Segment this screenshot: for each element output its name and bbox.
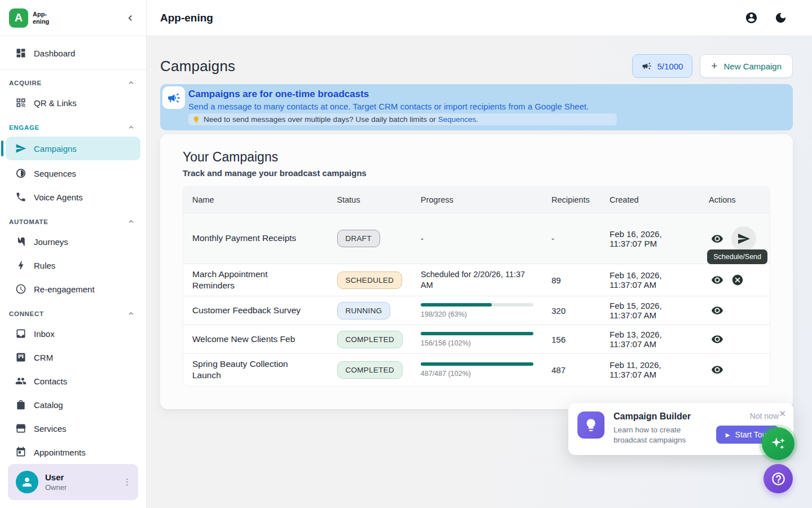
storefront-icon <box>15 423 27 434</box>
topbar: App-ening <box>147 0 812 36</box>
people-icon <box>15 375 27 387</box>
dashboard-icon <box>15 47 27 59</box>
help-fab[interactable] <box>764 464 793 493</box>
sidebar-item-label: Rules <box>34 261 55 270</box>
sidebar-item-re-engagement[interactable]: Re-engagement <box>0 277 146 301</box>
sidebar-item-dashboard[interactable]: Dashboard <box>0 41 146 65</box>
col-header-actions: Actions <box>700 187 770 213</box>
sidebar-item-label: Appointments <box>34 448 86 457</box>
sidebar-item-sequences[interactable]: Sequences <box>0 161 146 185</box>
progress-text: - <box>421 234 423 243</box>
view-button[interactable] <box>711 364 723 376</box>
chevron-up-icon[interactable] <box>127 309 135 318</box>
col-header-status: Status <box>328 187 412 213</box>
cancel-button[interactable] <box>731 274 744 286</box>
sidebar-item-contacts[interactable]: Contacts <box>0 369 146 393</box>
app-logo-text: App- ening <box>33 11 49 24</box>
eye-icon <box>711 333 723 345</box>
eye-icon <box>711 364 723 376</box>
created-value: Feb 11, 2026, 11:37:07 AM <box>601 354 700 386</box>
schedule-send-button[interactable] <box>731 226 756 251</box>
megaphone-icon <box>167 91 181 105</box>
section-connect: CONNECT <box>0 301 146 322</box>
created-value: Feb 13, 2026, 11:37:07 AM <box>601 325 700 354</box>
lightbulb-tile <box>577 411 604 439</box>
send-icon <box>737 232 751 246</box>
quota-text: 5/1000 <box>657 62 683 71</box>
user-card[interactable]: User Owner ⋮ <box>8 464 138 500</box>
sidebar-item-catalog[interactable]: Catalog <box>0 393 146 417</box>
play-icon: ▶ <box>726 432 730 438</box>
sequences-link[interactable]: Sequences <box>438 115 476 124</box>
banner-title: Campaigns are for one-time broadcasts <box>188 89 784 100</box>
popup-subtitle: Learn how to create broadcast campaigns <box>614 425 704 445</box>
card-title: Your Campaigns <box>183 150 770 165</box>
sidebar-item-inbox[interactable]: Inbox <box>0 322 146 345</box>
card-subtitle: Track and manage your broadcast campaign… <box>183 168 770 178</box>
progress-label: 156/156 (102%) <box>421 339 533 347</box>
recipients-value: - <box>551 234 554 243</box>
banner-megaphone-tile <box>162 86 185 109</box>
sidebar-item-label: QR & Links <box>34 98 77 108</box>
schedule-send-tooltip: Schedule/Send <box>707 249 767 264</box>
inbox-icon <box>15 328 27 339</box>
eye-icon <box>711 233 723 245</box>
help-icon <box>771 471 786 487</box>
sidebar-item-crm[interactable]: CRM <box>0 345 146 369</box>
main-content: Campaigns 5/1000 + New Campaign Campaign… <box>147 36 812 508</box>
app-logo-letter: A <box>15 11 23 24</box>
chevron-up-icon[interactable] <box>127 123 135 132</box>
recipients-value: 487 <box>542 354 601 386</box>
bag-icon <box>15 399 27 410</box>
sidebar-item-label: CRM <box>34 353 53 362</box>
section-automate: AUTOMATE <box>0 209 146 230</box>
campaigns-card: Your Campaigns Track and manage your bro… <box>160 134 793 409</box>
ai-assistant-fab[interactable] <box>762 427 795 460</box>
campaign-name: March Appointment Reminders <box>192 269 305 291</box>
view-button[interactable] <box>711 333 723 345</box>
account-circle-icon[interactable] <box>745 11 758 24</box>
view-button[interactable] <box>711 304 723 317</box>
sidebar-item-label: Inbox <box>34 329 55 339</box>
sidebar-item-journeys[interactable]: Journeys <box>0 230 146 253</box>
new-campaign-button[interactable]: + New Campaign <box>700 54 793 78</box>
table-row: March Appointment Reminders SCHEDULED Sc… <box>183 264 770 296</box>
chevron-up-icon[interactable] <box>127 78 135 87</box>
eye-icon <box>711 274 723 286</box>
sidebar-item-appointments[interactable]: Appointments <box>0 440 146 464</box>
campaign-quota-badge[interactable]: 5/1000 <box>632 54 692 78</box>
recipients-value: 89 <box>542 264 601 296</box>
calendar-icon <box>15 446 27 458</box>
progress-bar <box>421 332 533 335</box>
sidebar-collapse-button[interactable] <box>125 12 136 24</box>
col-header-name: Name <box>183 187 328 213</box>
send-icon <box>15 143 27 154</box>
sidebar-item-label: Campaigns <box>34 144 77 154</box>
status-badge: COMPLETED <box>337 331 403 348</box>
view-button[interactable] <box>711 233 723 245</box>
sidebar-nav: Dashboard ACQUIRE QR & Links ENGAGE Camp… <box>0 36 146 508</box>
qr-code-icon <box>15 97 27 108</box>
sidebar-item-label: Journeys <box>34 237 68 247</box>
sidebar-item-qr-links[interactable]: QR & Links <box>0 91 146 115</box>
chevron-left-icon <box>125 12 136 24</box>
created-value: Feb 16, 2026, 11:37:07 AM <box>601 264 700 296</box>
close-icon[interactable]: ✕ <box>779 409 786 419</box>
user-menu-kebab-icon[interactable]: ⋮ <box>123 478 131 487</box>
sidebar-item-label: Catalog <box>34 400 63 410</box>
lightbulb-icon <box>192 116 200 124</box>
view-button[interactable] <box>711 274 723 286</box>
sidebar-item-services[interactable]: Services <box>0 417 146 440</box>
chevron-up-icon[interactable] <box>127 217 135 226</box>
dark-mode-moon-icon[interactable] <box>774 11 787 24</box>
sidebar-item-voice-agents[interactable]: Voice Agents <box>0 185 146 209</box>
table-row: Monthly Payment Receipts DRAFT - - Feb 1… <box>183 213 770 264</box>
user-name: User <box>45 472 67 482</box>
sidebar-item-label: Dashboard <box>34 49 75 58</box>
sidebar-item-rules[interactable]: Rules <box>0 253 146 277</box>
user-avatar <box>16 471 38 493</box>
not-now-button[interactable]: Not now <box>750 411 779 421</box>
table-row: Welcome New Clients Feb COMPLETED 156/15… <box>183 325 770 354</box>
sidebar-item-campaigns[interactable]: Campaigns <box>6 137 140 160</box>
phone-icon <box>15 191 27 203</box>
